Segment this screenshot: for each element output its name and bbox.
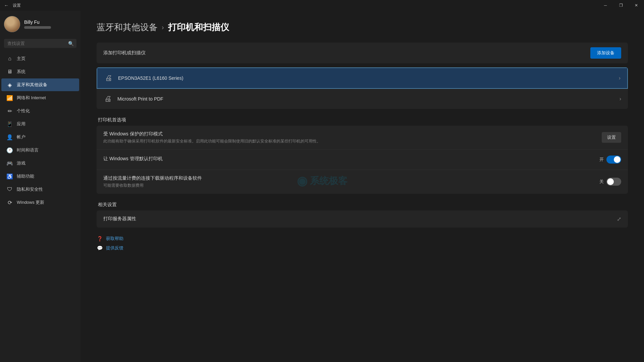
sidebar-item-datetime[interactable]: 🕐 时间和语言 (1, 144, 79, 157)
user-name: Billy Fu (24, 19, 51, 25)
pref-row-title-1: 让 Windows 管理默认打印机 (103, 156, 593, 162)
sidebar-item-accounts[interactable]: 👤 帐户 (1, 131, 79, 143)
main-panel: 蓝牙和其他设备 › 打印机和扫描仪 添加打印机或扫描仪 添加设备 🖨 EPSON… (80, 11, 644, 362)
titlebar-controls: ─ ❐ ✕ (598, 0, 644, 11)
apps-nav-icon: 📱 (7, 121, 13, 127)
related-settings-title: 相关设置 (97, 202, 628, 208)
breadcrumb: 蓝牙和其他设备 › 打印机和扫描仪 (97, 21, 628, 33)
breadcrumb-current: 打印机和扫描仪 (168, 21, 229, 33)
home-nav-icon: ⌂ (7, 56, 13, 62)
chevron-icon-0: › (619, 75, 621, 81)
preferences-card: 受 Windows 保护的打印模式 此功能有助于确保采用打印机软件的最新安全标准… (97, 126, 628, 194)
help-link-label-1: 提供反馈 (106, 245, 123, 251)
sidebar-item-system[interactable]: 🖥 系统 (1, 65, 79, 78)
minimize-button[interactable]: ─ (598, 0, 613, 11)
sidebar: Billy Fu 🔍 ⌂ 主页 🖥 系统 ◈ 蓝牙和其他设备 📶 网络和 Int… (0, 11, 80, 362)
sidebar-item-gaming[interactable]: 🎮 游戏 (1, 157, 79, 170)
system-nav-label: 系统 (17, 69, 25, 75)
restore-button[interactable]: ❐ (613, 0, 629, 11)
titlebar-left: ← 设置 (4, 3, 21, 8)
sidebar-item-accessibility[interactable]: ♿ 辅助功能 (1, 170, 79, 183)
help-link-icon-1: 💬 (97, 245, 103, 251)
sidebar-item-bluetooth[interactable]: ◈ 蓝牙和其他设备 (1, 78, 79, 91)
related-item-label-0: 打印服务器属性 (103, 216, 136, 222)
toggle-thumb-2 (607, 178, 614, 185)
related-settings-section: 相关设置 打印服务器属性 ⤢ (97, 202, 628, 228)
sidebar-item-updates[interactable]: ⟳ Windows 更新 (1, 196, 79, 209)
pref-row-desc-0: 此功能有助于确保采用打印机软件的最新安全标准。启用此功能可能会限制使用旧的默认安… (103, 138, 595, 144)
accounts-nav-label: 帐户 (17, 134, 25, 140)
help-links: ❓ 获取帮助 💬 提供反馈 (97, 236, 628, 251)
accessibility-nav-label: 辅助功能 (17, 173, 34, 179)
pref-row-desc-2: 可能需要收取数据费用 (103, 183, 593, 188)
bluetooth-nav-label: 蓝牙和其他设备 (17, 82, 47, 88)
toggle-label-1: 开 (599, 157, 604, 163)
pref-row-right-2: 关 (599, 178, 621, 186)
sidebar-item-home[interactable]: ⌂ 主页 (1, 52, 79, 65)
search-input[interactable] (4, 39, 76, 48)
help-link-icon-0: ❓ (97, 236, 103, 242)
device-item-left-0: 🖨 EPSON3A52E1 (L6160 Series) (104, 73, 183, 83)
breadcrumb-parent[interactable]: 蓝牙和其他设备 (97, 21, 158, 33)
related-item-0[interactable]: 打印服务器属性 ⤢ (97, 210, 628, 228)
pref-row-title-2: 通过按流量计费的连接下载驱动程序和设备软件 (103, 175, 593, 181)
device-list: 🖨 EPSON3A52E1 (L6160 Series) › 🖨 Microso… (97, 67, 628, 109)
datetime-nav-icon: 🕐 (7, 147, 13, 153)
help-link-0[interactable]: ❓ 获取帮助 (97, 236, 628, 242)
toggle-1[interactable] (606, 156, 621, 164)
related-container: 打印服务器属性 ⤢ (97, 210, 628, 228)
external-link-icon-0: ⤢ (617, 216, 621, 222)
network-nav-icon: 📶 (7, 95, 13, 101)
toggle-2[interactable] (606, 178, 621, 186)
pref-row-left-2: 通过按流量计费的连接下载驱动程序和设备软件 可能需要收取数据费用 (103, 175, 599, 188)
pref-row-title-0: 受 Windows 保护的打印模式 (103, 131, 595, 137)
apps-nav-label: 应用 (17, 121, 25, 127)
accessibility-nav-icon: ♿ (7, 173, 13, 179)
device-name-1: Microsoft Print to PDF (117, 96, 163, 102)
toggle-label-2: 关 (599, 179, 604, 185)
toggle-wrapper-2: 关 (599, 178, 621, 186)
breadcrumb-separator: › (162, 23, 164, 31)
datetime-nav-label: 时间和语言 (17, 147, 39, 153)
toggle-wrapper-1: 开 (599, 156, 621, 164)
pref-row-left-0: 受 Windows 保护的打印模式 此功能有助于确保采用打印机软件的最新安全标准… (103, 131, 602, 144)
search-icon: 🔍 (68, 41, 74, 46)
accounts-nav-icon: 👤 (7, 134, 13, 140)
nav-container: ⌂ 主页 🖥 系统 ◈ 蓝牙和其他设备 📶 网络和 Internet ✏ 个性化… (0, 52, 80, 209)
preferences-section: 打印机首选项 受 Windows 保护的打印模式 此功能有助于确保采用打印机软件… (97, 117, 628, 194)
personalization-nav-icon: ✏ (7, 108, 13, 114)
system-nav-icon: 🖥 (7, 69, 13, 75)
help-link-1[interactable]: 💬 提供反馈 (97, 245, 628, 251)
device-item-0[interactable]: 🖨 EPSON3A52E1 (L6160 Series) › (97, 67, 628, 89)
updates-nav-label: Windows 更新 (17, 199, 44, 205)
toggle-thumb-1 (614, 156, 621, 163)
pref-row-left-1: 让 Windows 管理默认打印机 (103, 156, 599, 163)
printer-icon-0: 🖨 (104, 73, 113, 83)
help-link-label-0: 获取帮助 (106, 236, 123, 242)
preferences-section-title: 打印机首选项 (97, 117, 628, 123)
privacy-nav-label: 隐私和安全性 (17, 186, 43, 192)
titlebar-title: 设置 (13, 3, 21, 8)
add-device-button[interactable]: 添加设备 (590, 47, 621, 59)
back-icon[interactable]: ← (4, 3, 9, 8)
pref-button-0[interactable]: 设置 (602, 132, 621, 143)
pref-row-right-0: 设置 (602, 132, 621, 143)
gaming-nav-label: 游戏 (17, 160, 25, 166)
device-item-1[interactable]: 🖨 Microsoft Print to PDF › (97, 89, 628, 109)
network-nav-label: 网络和 Internet (17, 95, 46, 101)
sidebar-item-privacy[interactable]: 🛡 隐私和安全性 (1, 183, 79, 196)
sidebar-item-network[interactable]: 📶 网络和 Internet (1, 92, 79, 104)
user-section: Billy Fu (0, 11, 80, 38)
add-device-label: 添加打印机或扫描仪 (103, 50, 146, 56)
user-info: Billy Fu (24, 19, 51, 29)
close-button[interactable]: ✕ (629, 0, 644, 11)
sidebar-item-personalization[interactable]: ✏ 个性化 (1, 105, 79, 117)
device-name-0: EPSON3A52E1 (L6160 Series) (118, 75, 183, 81)
printer-icon-1: 🖨 (103, 94, 113, 104)
pref-row-1: 让 Windows 管理默认打印机 开 (97, 150, 628, 170)
pref-row-2: 通过按流量计费的连接下载驱动程序和设备软件 可能需要收取数据费用 关 (97, 170, 628, 194)
sidebar-item-apps[interactable]: 📱 应用 (1, 118, 79, 130)
avatar-image (4, 16, 20, 32)
pref-row-0: 受 Windows 保护的打印模式 此功能有助于确保采用打印机软件的最新安全标准… (97, 126, 628, 150)
user-email (24, 26, 51, 29)
